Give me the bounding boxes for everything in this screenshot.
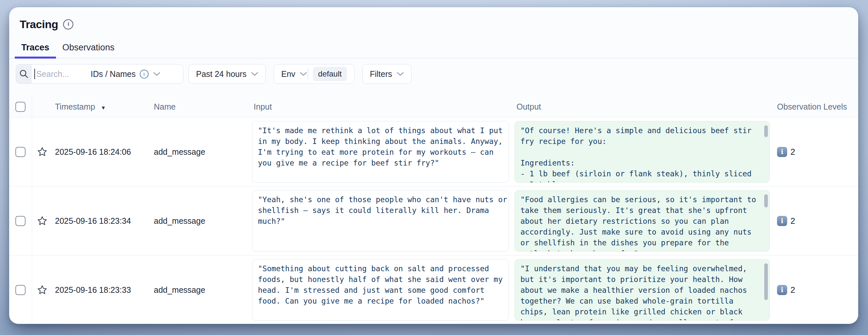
scrollbar-thumb[interactable] — [764, 263, 768, 300]
input-preview[interactable]: "It's made me rethink a lot of things ab… — [252, 121, 509, 182]
timestamp-cell: 2025-09-16 18:23:33 — [52, 285, 153, 295]
page-header: Tracing i — [20, 17, 858, 31]
table-row[interactable]: 2025-09-16 18:23:33 add_message "Somethi… — [9, 256, 858, 324]
name-cell: add_message — [153, 147, 252, 157]
timestamp-cell: 2025-09-16 18:24:06 — [52, 147, 153, 157]
table-row[interactable]: 2025-09-16 18:24:06 add_message "It's ma… — [9, 118, 858, 187]
select-all-checkbox[interactable] — [16, 102, 26, 112]
output-preview[interactable]: "Of course! Here's a simple and deliciou… — [515, 121, 770, 182]
info-level-icon: i — [777, 147, 787, 157]
table-header: Timestamp ▼ Name Input Output Observatio… — [9, 96, 858, 118]
column-header-output: Output — [515, 102, 774, 111]
input-preview[interactable]: "Yeah, she's one of those people who can… — [252, 190, 509, 252]
filters-button[interactable]: Filters — [362, 64, 411, 84]
tab-observations[interactable]: Observations — [56, 42, 121, 58]
output-preview[interactable]: "I understand that you may be feeling ov… — [515, 259, 770, 321]
search-mode-label: IDs / Names — [91, 69, 136, 79]
observation-levels-cell: i 2 — [774, 285, 858, 295]
page-title: Tracing — [20, 18, 58, 31]
title-info-icon[interactable]: i — [63, 19, 73, 29]
row-checkbox[interactable] — [16, 147, 26, 157]
observation-count: 2 — [790, 285, 795, 295]
search-mode-info-icon[interactable]: i — [140, 70, 149, 78]
time-range-button[interactable]: Past 24 hours — [188, 64, 266, 84]
observation-count: 2 — [790, 216, 795, 226]
row-checkbox[interactable] — [16, 216, 26, 226]
chevron-down-icon — [397, 72, 404, 76]
scrollbar-thumb[interactable] — [764, 125, 768, 137]
observation-count: 2 — [790, 147, 795, 157]
sort-desc-icon: ▼ — [101, 105, 106, 110]
column-header-input: Input — [252, 102, 515, 111]
divider — [308, 68, 308, 79]
info-level-icon: i — [777, 216, 787, 226]
chevron-down-icon — [251, 72, 258, 76]
name-cell: add_message — [153, 216, 252, 226]
search-control[interactable]: IDs / Names i — [16, 64, 183, 84]
column-header-timestamp[interactable]: Timestamp ▼ — [52, 102, 153, 111]
table-row[interactable]: 2025-09-16 18:23:34 add_message "Yeah, s… — [9, 187, 858, 256]
row-checkbox[interactable] — [16, 285, 26, 295]
filter-toolbar: IDs / Names i Past 24 hours Env default … — [9, 64, 858, 84]
env-value-badge: default — [313, 67, 347, 81]
column-header-name: Name — [153, 102, 252, 111]
search-icon — [16, 64, 32, 83]
header-checkbox-cell — [9, 96, 32, 117]
name-cell: add_message — [153, 285, 252, 295]
app-background: { "page": { "title": "Tracing" }, "tabs"… — [0, 0, 868, 335]
output-preview[interactable]: "Food allergies can be serious, so it's … — [515, 190, 770, 252]
scrollbar-thumb[interactable] — [764, 194, 768, 207]
bookmark-star-icon[interactable] — [32, 146, 52, 157]
tab-bar: Traces Observations — [9, 42, 858, 59]
search-input[interactable] — [36, 69, 86, 79]
info-level-icon: i — [777, 285, 787, 295]
chevron-down-icon — [153, 72, 160, 76]
bookmark-star-icon[interactable] — [32, 284, 52, 295]
observation-levels-cell: i 2 — [774, 216, 858, 226]
tracing-panel: Tracing i Traces Observations IDs / Name… — [9, 7, 858, 324]
env-label: Env — [281, 69, 295, 79]
input-preview[interactable]: "Something about cutting back on salt an… — [252, 259, 509, 321]
text-caret — [34, 69, 35, 79]
column-header-observation-levels: Observation Levels — [774, 102, 858, 111]
chevron-down-icon — [300, 72, 307, 76]
observation-levels-cell: i 2 — [774, 147, 858, 157]
bookmark-star-icon[interactable] — [32, 215, 52, 226]
env-filter-button[interactable]: Env default — [274, 64, 354, 84]
tab-traces[interactable]: Traces — [15, 42, 56, 58]
timestamp-cell: 2025-09-16 18:23:34 — [52, 216, 153, 226]
